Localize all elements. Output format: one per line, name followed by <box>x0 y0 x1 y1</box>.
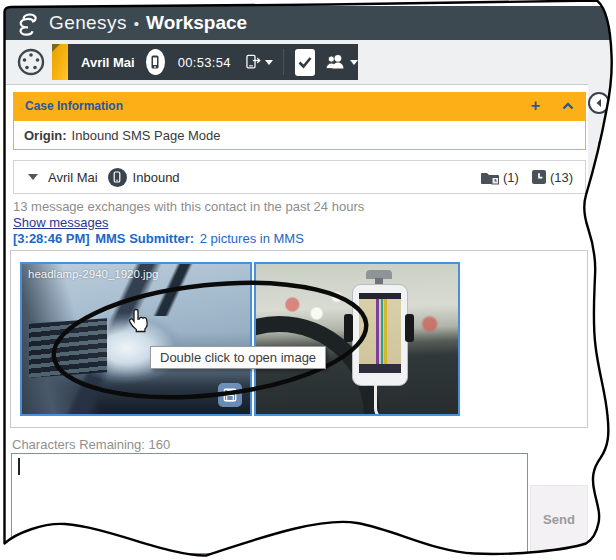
interaction-timer: 00:53:54 <box>178 55 231 70</box>
message-sender: MMS Submitter: <box>95 231 194 246</box>
interaction-count: (1) <box>503 170 519 185</box>
message-timestamp: [3:28:46 PM] <box>13 231 90 246</box>
arrow-left-icon <box>594 98 604 108</box>
interaction-toolbar: Avril Mai 00:53:54 <box>52 44 358 80</box>
message-text: 2 pictures in MMS <box>200 231 304 246</box>
case-color-stripe <box>52 44 68 80</box>
send-button[interactable]: Send <box>530 485 588 553</box>
case-origin-row: Origin: Inbound SMS Page Mode <box>13 120 586 150</box>
workspace-window: Genesys • Workspace Avril Mai 00:53:54 <box>0 0 616 560</box>
collapse-panel-button[interactable] <box>588 92 610 114</box>
history-count: (13) <box>550 170 573 185</box>
brand-name: Genesys <box>49 12 127 34</box>
product-name: Workspace <box>146 12 247 34</box>
party-row: Avril Mai Inbound (1) (13) <box>13 160 586 194</box>
transfer-menu-caret-icon[interactable] <box>265 60 273 65</box>
toolbar-contact-name: Avril Mai <box>81 55 135 70</box>
case-information-title: Case Information <box>25 99 123 113</box>
party-name: Avril Mai <box>48 170 98 185</box>
app-header: Genesys • Workspace <box>4 6 616 40</box>
case-information-header: Case Information + <box>13 92 586 120</box>
characters-remaining-label: Characters Remaining: 160 <box>12 437 170 452</box>
collapse-chevron-icon[interactable] <box>562 102 574 110</box>
brand-separator: • <box>134 15 139 32</box>
show-messages-link[interactable]: Show messages <box>13 215 108 230</box>
add-case-data-button[interactable]: + <box>531 97 540 115</box>
history-icon <box>531 169 547 185</box>
toolbar-divider <box>283 49 284 75</box>
message-area: 13 message exchanges with this contact i… <box>13 199 573 247</box>
party-expand-icon[interactable] <box>28 174 38 180</box>
active-interactions-button[interactable]: (1) <box>480 169 521 185</box>
hand-cursor-icon <box>128 308 150 334</box>
text-cursor <box>18 458 20 475</box>
mark-done-button[interactable] <box>295 49 315 76</box>
exchange-summary: 13 message exchanges with this contact i… <box>13 199 573 215</box>
interaction-row: Avril Mai 00:53:54 <box>4 40 616 85</box>
annotation-ellipse <box>45 278 377 404</box>
side-panel-badge <box>598 138 611 151</box>
tooltip: Double click to open image <box>150 346 326 369</box>
origin-label: Origin: <box>24 128 67 143</box>
consult-menu-caret-icon[interactable] <box>350 60 358 65</box>
consult-party-icon[interactable] <box>324 50 346 74</box>
transfer-to-phone-icon[interactable] <box>244 50 262 74</box>
origin-value: Inbound SMS Page Mode <box>72 128 221 143</box>
interactions-folder-icon <box>480 169 500 185</box>
genesys-logo-icon <box>16 10 42 36</box>
party-direction: Inbound <box>133 170 180 185</box>
contact-history-button[interactable]: (13) <box>531 169 575 185</box>
sms-channel-icon <box>146 49 165 75</box>
inbound-sms-icon <box>108 168 127 187</box>
agent-status-icon[interactable] <box>16 47 46 77</box>
message-input[interactable] <box>11 453 528 554</box>
